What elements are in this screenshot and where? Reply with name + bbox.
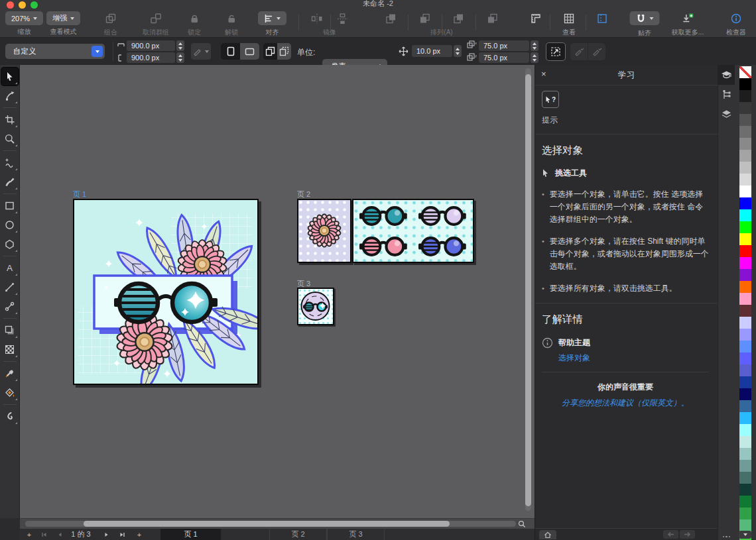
color-swatch[interactable]: [739, 186, 751, 197]
color-swatch[interactable]: [739, 257, 751, 269]
ungroup-button[interactable]: 取消群组: [143, 11, 169, 37]
page2-flower-panel[interactable]: [297, 199, 351, 263]
page-tab-3[interactable]: 页 3: [327, 529, 385, 540]
color-swatch[interactable]: [739, 209, 751, 221]
width-stepper[interactable]: [176, 40, 184, 51]
page-tab-2[interactable]: 页 2: [269, 529, 327, 540]
vertical-scrollbar-thumb[interactable]: [525, 74, 531, 506]
color-swatch[interactable]: [739, 126, 751, 138]
color-swatch[interactable]: [739, 496, 751, 508]
align-dropdown[interactable]: [258, 11, 286, 25]
tool-smear[interactable]: [1, 407, 19, 425]
forward-button[interactable]: [680, 530, 695, 539]
snap-dropdown[interactable]: [630, 11, 660, 25]
duplicate-x-field[interactable]: 75.0 px: [479, 40, 529, 51]
color-swatch[interactable]: [739, 460, 751, 472]
color-swatch[interactable]: [739, 484, 751, 496]
mirror-horizontal-icon[interactable]: [311, 13, 324, 25]
hints-pointer-button[interactable]: ?: [542, 91, 559, 108]
tool-polygon[interactable]: [1, 235, 19, 253]
color-swatch[interactable]: [739, 138, 751, 150]
scale-lock-button[interactable]: [191, 43, 211, 60]
all-pages-button[interactable]: [263, 43, 277, 60]
tool-pick[interactable]: [1, 68, 19, 85]
color-swatch[interactable]: [739, 436, 751, 448]
height-stepper[interactable]: [176, 52, 184, 63]
color-swatch[interactable]: [739, 364, 751, 376]
zoom-corner-button[interactable]: [516, 519, 528, 528]
color-swatch[interactable]: [739, 90, 751, 102]
feedback-link[interactable]: 分享您的想法和建议（仅限英文）。: [542, 398, 709, 409]
docker-tab-learn[interactable]: [718, 65, 735, 85]
page-border-icon[interactable]: [596, 13, 608, 25]
color-swatch[interactable]: [739, 352, 751, 364]
page2-glasses-panel[interactable]: [352, 199, 474, 263]
tool-eyedropper[interactable]: [1, 364, 19, 382]
back-one-icon[interactable]: [487, 13, 499, 25]
edit-outline-button[interactable]: [588, 43, 605, 60]
color-swatch[interactable]: [739, 329, 751, 341]
tool-line[interactable]: [1, 278, 19, 296]
color-swatch[interactable]: [739, 388, 751, 400]
more-dockers-icon[interactable]: [718, 536, 735, 538]
select-objects-link[interactable]: 选择对象: [558, 352, 709, 364]
inspector-button[interactable]: 检查器: [726, 11, 746, 37]
page-preset-dropdown[interactable]: 自定义: [5, 44, 105, 59]
color-swatch[interactable]: [739, 114, 751, 126]
unlock-button[interactable]: 解锁: [225, 11, 238, 37]
tool-freehand[interactable]: [1, 154, 19, 172]
edit-fill-button[interactable]: [570, 43, 588, 60]
tool-smart-fill[interactable]: [1, 384, 19, 402]
rulers-button[interactable]: .: [530, 11, 542, 35]
tool-text[interactable]: A: [1, 259, 19, 277]
home-button[interactable]: [539, 530, 556, 539]
page3-artwork[interactable]: [297, 288, 334, 325]
no-color-swatch[interactable]: [739, 66, 751, 78]
color-swatch[interactable]: [739, 150, 751, 162]
color-swatch[interactable]: [739, 293, 751, 305]
next-page-button[interactable]: [99, 529, 113, 540]
page-tab-1[interactable]: 页 1: [160, 529, 221, 540]
color-swatch[interactable]: [739, 281, 751, 293]
horizontal-scrollbar-thumb[interactable]: [84, 521, 450, 527]
color-swatch[interactable]: [739, 221, 751, 233]
color-swatch[interactable]: [739, 412, 751, 424]
tool-connector[interactable]: [1, 297, 19, 315]
duplicate-y-stepper[interactable]: [531, 52, 538, 63]
color-swatch[interactable]: [739, 245, 751, 257]
color-swatch[interactable]: [739, 376, 751, 388]
page1-canvas-label[interactable]: 页 1: [73, 189, 86, 199]
get-more-button[interactable]: 获取更多...: [672, 11, 704, 37]
tool-zoom[interactable]: [1, 130, 19, 148]
page-height-field[interactable]: 900.0 px: [127, 52, 175, 63]
duplicate-y-field[interactable]: 75.0 px: [479, 52, 529, 63]
tool-crop[interactable]: [1, 111, 19, 129]
color-swatch[interactable]: [739, 174, 751, 186]
color-swatch[interactable]: [739, 400, 751, 412]
last-page-button[interactable]: [115, 529, 129, 540]
color-swatch[interactable]: [739, 102, 751, 114]
tool-shape-edit[interactable]: [1, 87, 19, 105]
group-button[interactable]: 组合: [104, 11, 117, 37]
docker-tab-properties[interactable]: [718, 85, 735, 105]
portrait-button[interactable]: [221, 43, 240, 60]
preset-chevron-button[interactable]: [92, 46, 103, 57]
page2-canvas-label[interactable]: 页 2: [297, 189, 310, 199]
color-swatch[interactable]: [739, 448, 751, 460]
color-swatch[interactable]: [739, 197, 751, 209]
color-swatch[interactable]: [739, 519, 751, 531]
nudge-field[interactable]: 10.0 px: [412, 45, 452, 57]
back-button[interactable]: [663, 530, 678, 539]
view-mode-dropdown[interactable]: 增强: [46, 11, 80, 25]
color-swatch[interactable]: [739, 233, 751, 245]
color-swatch[interactable]: [739, 424, 751, 436]
color-swatch[interactable]: [739, 508, 751, 519]
to-back-icon[interactable]: [419, 13, 431, 25]
tool-mesh-fill[interactable]: [1, 341, 19, 358]
tool-rectangle[interactable]: [1, 197, 19, 215]
landscape-button[interactable]: [240, 43, 259, 60]
mirror-vertical-icon[interactable]: [337, 13, 349, 25]
docker-tab-layers[interactable]: [718, 105, 735, 125]
color-swatch[interactable]: [739, 317, 751, 329]
zoom-level-dropdown[interactable]: 207%: [5, 11, 43, 25]
